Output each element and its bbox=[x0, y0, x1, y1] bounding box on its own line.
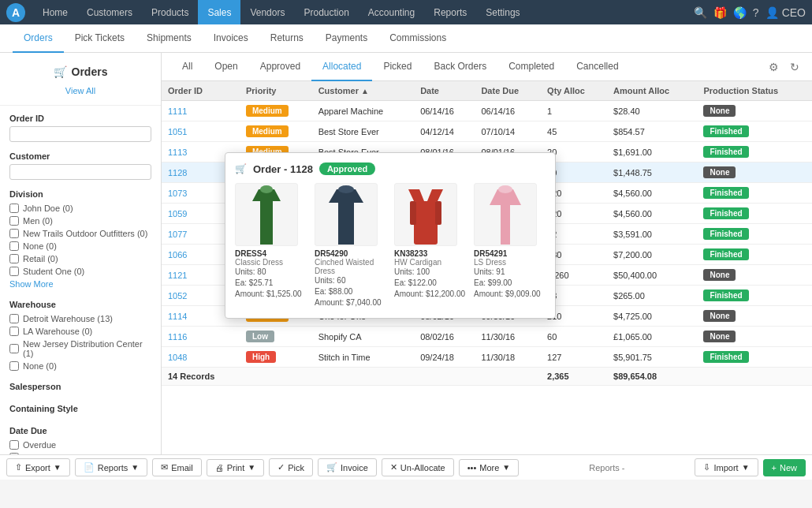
svg-point-1 bbox=[260, 185, 273, 193]
amount-total: $89,654.08 bbox=[607, 368, 697, 386]
orderid-input[interactable] bbox=[9, 126, 151, 142]
division-retail[interactable]: Retail (0) bbox=[9, 252, 151, 265]
tab-all[interactable]: All bbox=[171, 53, 203, 81]
export-button[interactable]: ⇧ Export ▼ bbox=[6, 458, 70, 476]
order-link-1059[interactable]: 1059 bbox=[168, 209, 187, 219]
nav-production[interactable]: Production bbox=[294, 0, 358, 24]
logo[interactable]: A bbox=[6, 3, 25, 22]
warehouse-detroit[interactable]: Detroit Warehouse (13) bbox=[9, 312, 151, 325]
svg-marker-2 bbox=[329, 189, 363, 245]
view-all-link[interactable]: View All bbox=[0, 84, 161, 102]
tab-allocated[interactable]: Allocated bbox=[311, 53, 372, 81]
nav-accounting[interactable]: Accounting bbox=[359, 0, 424, 24]
sidebar-orderid-section: Order ID bbox=[0, 109, 161, 147]
status-badge: Finished bbox=[703, 207, 748, 219]
gift-icon[interactable]: 🎁 bbox=[713, 6, 727, 19]
globe-icon[interactable]: 🌎 bbox=[733, 6, 747, 19]
nav-reports[interactable]: Reports bbox=[424, 0, 476, 24]
order-link-1121[interactable]: 1121 bbox=[168, 271, 187, 280]
table-header: Order ID Priority Customer ▲ Date Date D… bbox=[162, 81, 812, 101]
division-newtrails[interactable]: New Trails Outdoor Outfitters (0) bbox=[9, 227, 151, 240]
division-none[interactable]: None (0) bbox=[9, 240, 151, 252]
col-customer[interactable]: Customer ▲ bbox=[312, 81, 415, 101]
user-label: CEO bbox=[782, 6, 806, 19]
svg-rect-4 bbox=[414, 201, 438, 245]
tab-cancelled[interactable]: Cancelled bbox=[565, 53, 629, 81]
order-link-1111[interactable]: 1111 bbox=[168, 106, 187, 116]
subnav-returns[interactable]: Returns bbox=[259, 24, 315, 53]
datedue-overdue[interactable]: Overdue bbox=[9, 439, 151, 451]
settings-icon[interactable]: ⚙ bbox=[765, 59, 782, 75]
import-button[interactable]: ⇩ Import ▼ bbox=[695, 458, 758, 476]
product-code-1: DRESS4 bbox=[235, 249, 307, 258]
order-link-1052[interactable]: 1052 bbox=[168, 291, 187, 301]
svg-rect-7 bbox=[410, 201, 416, 225]
refresh-icon[interactable]: ↻ bbox=[787, 59, 803, 75]
svg-marker-0 bbox=[252, 189, 281, 245]
subnav-shipments[interactable]: Shipments bbox=[136, 24, 203, 53]
amount-cell: $854.57 bbox=[607, 121, 697, 142]
order-link-1051[interactable]: 1051 bbox=[168, 127, 187, 136]
customer-cell: Stitch in Time bbox=[312, 347, 415, 368]
col-order-id: Order ID bbox=[162, 81, 240, 101]
product-amount-3: Amount: $12,200.00 bbox=[394, 289, 466, 300]
user-menu[interactable]: 👤 CEO bbox=[765, 6, 806, 19]
nav-home[interactable]: Home bbox=[33, 0, 77, 24]
order-link-1048[interactable]: 1048 bbox=[168, 353, 187, 362]
reports-button[interactable]: 📄 Reports ▼ bbox=[75, 458, 147, 476]
product-image-1 bbox=[235, 183, 298, 246]
warehouse-none[interactable]: None (0) bbox=[9, 360, 151, 372]
new-button[interactable]: + New bbox=[763, 459, 806, 476]
nav-sales[interactable]: Sales bbox=[198, 0, 240, 24]
division-johndoe[interactable]: John Doe (0) bbox=[9, 202, 151, 215]
print-button[interactable]: 🖨 Print ▼ bbox=[207, 459, 265, 476]
nav-products[interactable]: Products bbox=[142, 0, 198, 24]
datedue-today[interactable]: Today bbox=[9, 451, 151, 454]
customer-cell: Best Store Ever bbox=[312, 121, 415, 142]
order-link-1077[interactable]: 1077 bbox=[168, 230, 187, 239]
import-icon: ⇩ bbox=[703, 462, 710, 473]
nav-settings[interactable]: Settings bbox=[476, 0, 529, 24]
due-cell: 06/14/16 bbox=[475, 101, 541, 121]
customer-input[interactable] bbox=[9, 164, 151, 180]
help-icon[interactable]: ? bbox=[753, 6, 759, 19]
subnav-pick-tickets[interactable]: Pick Tickets bbox=[64, 24, 136, 53]
tab-picked[interactable]: Picked bbox=[372, 53, 423, 81]
popup-product-3: KN38233 HW Cardigan Units: 100 Ea: $122.… bbox=[394, 183, 466, 308]
tab-back-orders[interactable]: Back Orders bbox=[423, 53, 497, 81]
nav-vendors[interactable]: Vendors bbox=[240, 0, 294, 24]
order-link-1114[interactable]: 1114 bbox=[168, 312, 187, 321]
email-button[interactable]: ✉ Email bbox=[152, 458, 202, 476]
print-caret: ▼ bbox=[248, 463, 255, 472]
tab-completed[interactable]: Completed bbox=[497, 53, 565, 81]
division-studentone[interactable]: Student One (0) bbox=[9, 265, 151, 278]
subnav-commissions[interactable]: Commissions bbox=[378, 24, 457, 53]
warehouse-nj[interactable]: New Jersey Distribution Center (1) bbox=[9, 338, 151, 360]
warehouse-la[interactable]: LA Warehouse (0) bbox=[9, 325, 151, 338]
division-show-more[interactable]: Show More bbox=[9, 278, 151, 290]
order-link-1073[interactable]: 1073 bbox=[168, 189, 187, 198]
subnav-payments[interactable]: Payments bbox=[315, 24, 378, 53]
salesperson-label: Salesperson bbox=[9, 382, 151, 391]
unallocate-button[interactable]: ✕ Un-Allocate bbox=[382, 458, 454, 476]
table-row: 1111 Medium Apparel Machine 06/14/16 06/… bbox=[162, 101, 812, 121]
order-link-1116[interactable]: 1116 bbox=[168, 332, 187, 342]
division-men[interactable]: Men (0) bbox=[9, 215, 151, 227]
order-link-1066[interactable]: 1066 bbox=[168, 250, 187, 260]
popup-product-4: DR54291 LS Dress Units: 91 Ea: $99.00 Am… bbox=[474, 183, 546, 308]
tab-approved[interactable]: Approved bbox=[249, 53, 311, 81]
order-link-1128[interactable]: 1128 bbox=[168, 168, 187, 177]
more-button[interactable]: ••• More ▼ bbox=[459, 459, 520, 476]
nav-customers[interactable]: Customers bbox=[77, 0, 142, 24]
invoice-button[interactable]: 🛒 Invoice bbox=[318, 458, 377, 476]
tab-open[interactable]: Open bbox=[203, 53, 248, 81]
subnav-invoices[interactable]: Invoices bbox=[203, 24, 259, 53]
order-link-1113[interactable]: 1113 bbox=[168, 148, 187, 157]
subnav-orders[interactable]: Orders bbox=[13, 24, 64, 53]
product-units-3: Units: 100 bbox=[394, 267, 466, 278]
search-icon[interactable]: 🔍 bbox=[694, 6, 707, 19]
pick-button[interactable]: ✓ Pick bbox=[269, 458, 313, 476]
popup-product-2: DR54290 Cinched Waisted Dress Units: 60 … bbox=[315, 183, 386, 308]
containing-style-label: Containing Style bbox=[9, 404, 151, 413]
invoice-icon: 🛒 bbox=[326, 462, 337, 473]
